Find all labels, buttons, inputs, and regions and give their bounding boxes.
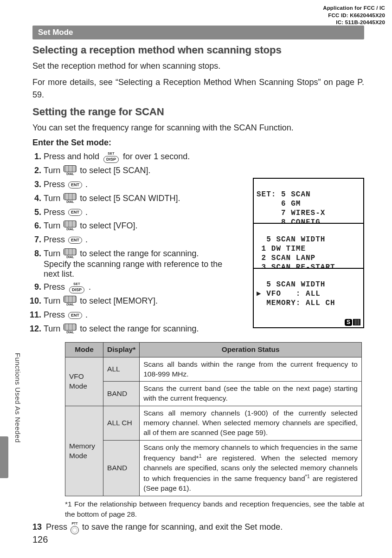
dial-knob-icon [64,324,77,331]
col-mode: Mode [65,342,103,357]
set-mode-heading: Set Mode [32,26,364,39]
disp-button-label: DISP [103,156,119,163]
lcd2-line1: 5 SCAN WIDTH [257,235,325,244]
cell-display-band2: BAND [103,441,140,496]
step-5: Press ENT . [44,206,225,219]
dial-label: DIAL [66,330,74,335]
cell-mode-vfo: VFO Mode [65,357,103,406]
step1-text-b: for over 1 second. [123,152,190,161]
lcd1-line3: 7 WIRES-X [257,209,325,217]
dial-label: DIAL [66,302,74,307]
step13-text-b: to save the range for scanning, and exit… [82,522,283,532]
lcd3-line1: 5 SCAN WIDTH [257,280,325,289]
ent-button-icon: ENT [68,209,82,216]
dial-knob-icon [64,221,77,227]
enter-set-mode-label: Enter the Set mode: [32,138,364,148]
cell-status-1: Scans all bands within the range from th… [140,357,362,382]
s-badge-icon: S [345,319,352,326]
ent-button-icon: ENT [68,237,82,244]
table-row: VFO Mode ALL Scans all bands within the … [65,357,362,382]
step4-text-a: Turn [44,194,63,203]
lcd3-line2: ▶ VFO : ALL [257,290,321,298]
step-12: Turn DIAL to select the range for scanni… [44,323,225,336]
step10-text-a: Turn [44,296,63,305]
dial-knob-icon [64,165,77,172]
step11-text-b: . [85,310,88,319]
dial-icon: DIAL [64,193,77,205]
meta-line-2: FCC ID: K6620445X20 [323,12,385,19]
table-header-row: Mode Display* Operation Status [65,342,362,357]
cell-mode-memory: Memory Mode [65,406,103,496]
dial-icon: DIAL [64,324,77,335]
ptt-button-icon: PTT [71,521,79,534]
step7-text-b: . [85,235,88,244]
side-section-label: Functions Used As Needed [14,353,22,443]
step8-text-b: to select the range for scanning. [80,249,199,258]
table-row: Memory Mode ALL CH Scans all memory chan… [65,406,362,441]
step3-text-a: Press [44,180,67,189]
disp-button-icon: SET DISP [68,282,85,293]
section2-intro: You can set the frequency range for scan… [32,122,364,134]
step12-text-b: to select the range for scanning. [80,324,199,333]
lcd-screen-3: 5 SCAN WIDTH ▶ VFO : ALL MEMORY: ALL CH … [253,268,364,328]
side-tab-icon [0,436,8,478]
step6-text-b: to select [VFO]. [80,221,137,230]
step4-text-b: to select [5 SCAN WIDTH]. [80,194,180,203]
meta-line-3: IC: 511B-20445X20 [323,19,385,26]
lcd1-line1: SET: 5 SCAN [257,190,311,199]
disp-button-label: DISP [69,286,84,293]
lcd2-line3: 2 SCAN LANP [257,254,315,262]
operation-status-table: Mode Display* Operation Status VFO Mode … [65,342,362,496]
step1-text-a: Press and hold [44,152,102,161]
step5-text-b: . [85,208,88,217]
dial-icon: DIAL [64,296,77,307]
lcd3-line3: MEMORY: ALL CH [257,299,335,307]
dial-label: DIAL [66,200,74,205]
step-9: Press SET DISP . [44,281,225,294]
section-title-2: Setting the range for SCAN [32,106,364,118]
step11-text-a: Press [44,310,67,319]
step-8: Turn DIAL to select the range for scanni… [44,247,225,260]
step-11: Press ENT . [44,309,225,322]
meta-line-1: Application for FCC / IC [323,5,385,12]
step9-text-b: . [89,282,91,292]
battery-icon [353,319,360,325]
step-3: Press ENT . [44,178,225,191]
table-body: VFO Mode ALL Scans all bands within the … [65,357,362,496]
dial-knob-icon [64,193,77,200]
section-title-1: Selecting a reception method when scanni… [32,44,364,56]
step-7: Press ENT . [44,234,225,247]
disp-button-icon: SET DISP [103,151,120,163]
step9-text-a: Press [44,282,67,292]
cell-display-all: ALL [103,357,140,382]
ptt-label: PTT [71,521,77,526]
step-10: Turn DIAL to select [MEMORY]. [44,295,225,308]
step-6: Turn DIAL to select [VFO]. [44,220,225,233]
step12-text-a: Turn [44,324,63,333]
step-2: Turn DIAL to select [5 SCAN]. [44,164,225,177]
step13-text-a: Press [46,522,70,532]
step2-text-b: to select [5 SCAN]. [80,166,150,175]
step-13: 13 Press PTT to save the range for scann… [32,521,364,534]
dial-knob-icon [64,248,77,255]
lcd3-footer: S [257,317,360,326]
dial-icon: DIAL [64,221,77,232]
step3-text-b: . [85,180,88,189]
step2-text-a: Turn [44,166,63,175]
dial-icon: DIAL [64,248,77,260]
table-head: Mode Display* Operation Status [65,342,362,357]
ptt-circle-icon [71,526,79,534]
table-row: BAND Scans the current band (see the tab… [65,382,362,406]
col-status: Operation Status [140,342,362,357]
step-4: Turn DIAL to select [5 SCAN WIDTH]. [44,192,225,205]
r4-sup2: *1 [305,474,310,479]
page-number: 126 [32,534,48,545]
ent-button-icon: ENT [68,312,82,319]
step-1: Press and hold SET DISP for over 1 secon… [44,150,225,163]
lcd3-line4 [257,308,262,317]
lcd1-line2: 6 GM [257,200,301,208]
section1-paragraph2: For more details, see “Selecting a Recep… [32,76,364,101]
cell-status-4: Scans only the memory channels to which … [140,441,362,496]
dial-label: DIAL [66,227,74,232]
page: Application for FCC / IC FCC ID: K662044… [0,0,392,558]
